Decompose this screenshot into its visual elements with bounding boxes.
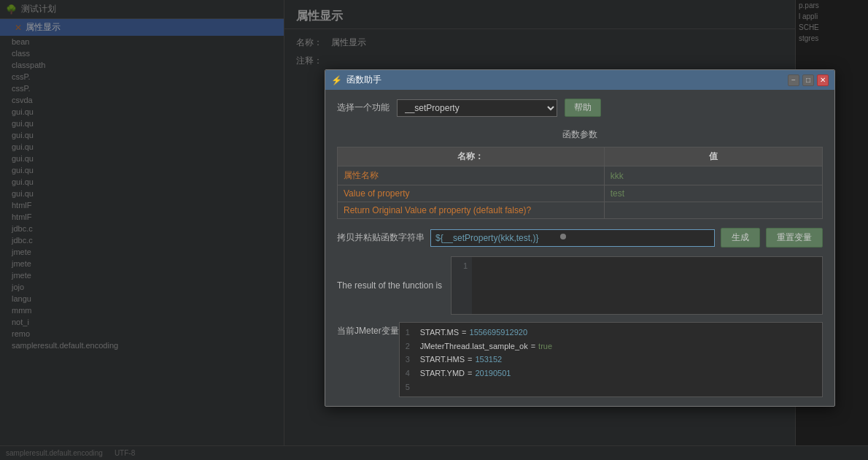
param-name-2: Return Original Value of property (defau… [338, 202, 605, 219]
jmeter-vars-section: 当前JMeter变量 1 START.MS = 1556695912920 2 … [337, 322, 823, 397]
var-val-3: 20190501 [475, 367, 511, 380]
jmeter-vars-content: 1 START.MS = 1556695912920 2 JMeterThrea… [399, 322, 823, 397]
maximize-button[interactable]: □ [802, 74, 814, 86]
var-eq-1: = [531, 340, 535, 353]
reset-button[interactable]: 重置变量 [766, 228, 823, 248]
dialog-body: 选择一个功能 __setProperty 帮助 函数参数 名称： 值 属性名称 … [325, 90, 834, 406]
var-val-2: 153152 [475, 353, 502, 367]
generate-button[interactable]: 生成 [721, 228, 760, 248]
param-value-2[interactable] [604, 202, 822, 219]
col-value-header: 值 [604, 147, 822, 166]
jmeter-var-line-2: 3 START.HMS = 153152 [406, 353, 816, 367]
var-key-1: JMeterThread.last_sample_ok [420, 340, 528, 353]
var-num-2: 3 [406, 353, 417, 367]
var-eq-3: = [468, 367, 472, 380]
param-value-1[interactable]: test [604, 185, 822, 202]
var-num-0: 1 [406, 326, 417, 340]
result-label: The result of the function is [337, 280, 442, 291]
var-eq-0: = [462, 326, 466, 340]
var-num-4: 5 [406, 380, 417, 394]
params-title: 函数参数 [337, 129, 823, 141]
jmeter-var-line-0: 1 START.MS = 1556695912920 [406, 326, 816, 340]
param-row-0: 属性名称 kkk [338, 166, 823, 185]
result-section: The result of the function is 1 [337, 256, 823, 315]
help-button[interactable]: 帮助 [565, 99, 601, 117]
func-selector-label: 选择一个功能 [337, 101, 390, 114]
copy-label: 拷贝并粘贴函数字符串 [337, 231, 425, 244]
func-selector-row: 选择一个功能 __setProperty 帮助 [337, 99, 823, 117]
var-val-0: 1556695912920 [470, 326, 528, 340]
function-helper-dialog: ⚡ 函数助手 − □ ✕ 选择一个功能 __setProperty 帮助 函数参… [325, 69, 835, 407]
var-num-3: 4 [406, 367, 417, 380]
dialog-title: ⚡ 函数助手 [331, 74, 381, 86]
dialog-titlebar: ⚡ 函数助手 − □ ✕ [325, 70, 834, 90]
dialog-controls: − □ ✕ [788, 74, 829, 86]
result-line-nums: 1 [452, 257, 472, 314]
function-icon: ⚡ [331, 75, 342, 85]
jmeter-var-line-3: 4 START.YMD = 20190501 [406, 367, 816, 380]
jmeter-var-line-4: 5 [406, 380, 816, 394]
var-key-2: START.HMS [420, 353, 465, 367]
param-row-2: Return Original Value of property (defau… [338, 202, 823, 219]
var-num-1: 2 [406, 340, 417, 353]
func-select[interactable]: __setProperty [397, 99, 557, 117]
var-key-0: START.MS [420, 326, 459, 340]
minimize-button[interactable]: − [788, 74, 799, 86]
var-key-3: START.YMD [420, 367, 465, 380]
copy-input[interactable] [430, 229, 715, 247]
copy-row: 拷贝并粘贴函数字符串 生成 重置变量 [337, 228, 823, 248]
col-name-header: 名称： [338, 147, 605, 166]
param-value-0[interactable]: kkk [604, 166, 822, 185]
var-val-1: true [538, 340, 552, 353]
var-eq-2: = [468, 353, 472, 367]
jmeter-vars-label: 当前JMeter变量 [337, 322, 399, 397]
param-name-0: 属性名称 [338, 166, 605, 185]
param-name-1: Value of property [338, 185, 605, 202]
params-table: 名称： 值 属性名称 kkk Value of property test Re… [337, 147, 823, 219]
result-content [472, 257, 822, 314]
close-button[interactable]: ✕ [817, 74, 829, 86]
jmeter-var-line-1: 2 JMeterThread.last_sample_ok = true [406, 340, 816, 353]
result-area: 1 [451, 256, 823, 315]
param-row-1: Value of property test [338, 185, 823, 202]
